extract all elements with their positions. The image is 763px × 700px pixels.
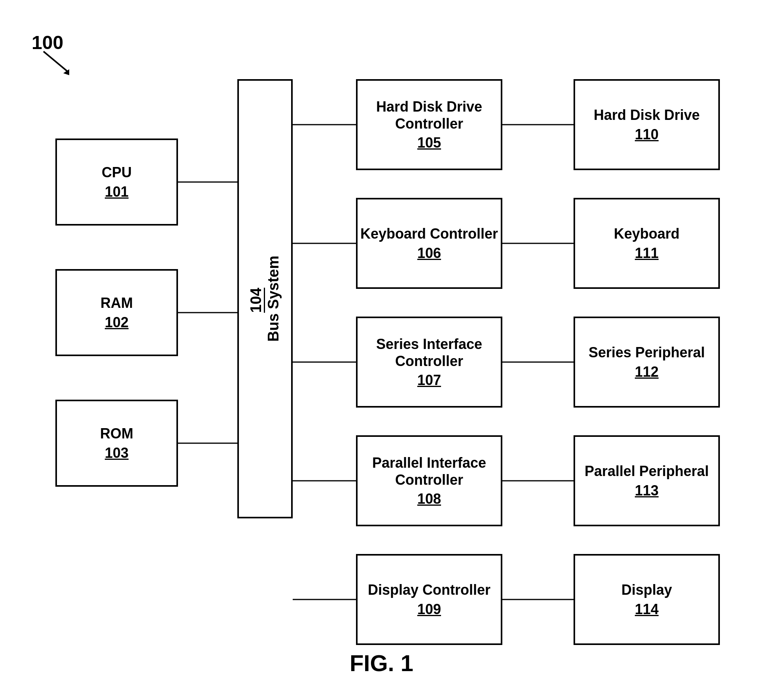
hdd-number: 110 <box>635 126 659 143</box>
rom-number: 103 <box>105 445 129 461</box>
series-ctrl-number: 107 <box>417 372 441 389</box>
cpu-number: 101 <box>105 184 129 200</box>
bus-title: Bus System <box>265 256 283 342</box>
hdd-ctrl-title: Hard Disk Drive Controller <box>358 98 501 132</box>
bus-number: 104 <box>248 288 265 313</box>
hdd-controller-box: Hard Disk Drive Controller 105 <box>356 79 502 170</box>
cpu-title: CPU <box>102 164 132 181</box>
hdd-box: Hard Disk Drive 110 <box>574 79 720 170</box>
kb-ctrl-number: 106 <box>417 245 441 262</box>
ram-box: RAM 102 <box>55 269 178 356</box>
keyboard-title: Keyboard <box>614 225 680 242</box>
kb-ctrl-title: Keyboard Controller <box>360 225 498 242</box>
parallel-ctrl-title: Parallel Interface Controller <box>358 454 501 488</box>
series-periph-number: 112 <box>635 364 659 380</box>
parallel-peripheral-box: Parallel Peripheral 113 <box>574 435 720 526</box>
keyboard-controller-box: Keyboard Controller 106 <box>356 198 502 289</box>
display-number: 114 <box>635 601 659 618</box>
figure-label: FIG. 1 <box>350 650 413 676</box>
cpu-box: CPU 101 <box>55 138 178 226</box>
display-controller-box: Display Controller 109 <box>356 554 502 645</box>
parallel-ctrl-number: 108 <box>417 491 441 507</box>
keyboard-box: Keyboard 111 <box>574 198 720 289</box>
rom-box: ROM 103 <box>55 400 178 487</box>
parallel-controller-box: Parallel Interface Controller 108 <box>356 435 502 526</box>
display-box: Display 114 <box>574 554 720 645</box>
parallel-periph-title: Parallel Peripheral <box>585 463 709 480</box>
series-periph-title: Series Peripheral <box>589 344 705 361</box>
hdd-title: Hard Disk Drive <box>594 106 700 123</box>
hdd-ctrl-number: 105 <box>417 135 441 151</box>
parallel-periph-number: 113 <box>635 482 659 499</box>
display-ctrl-title: Display Controller <box>368 581 490 598</box>
keyboard-number: 111 <box>635 245 659 262</box>
bus-box: Bus System 104 <box>237 79 293 518</box>
series-controller-box: Series Interface Controller 107 <box>356 317 502 408</box>
display-ctrl-number: 109 <box>417 601 441 618</box>
diagram-container: CPU 101 RAM 102 ROM 103 Bus System 104 H… <box>24 32 739 660</box>
display-title: Display <box>621 581 672 598</box>
ram-title: RAM <box>100 294 133 311</box>
rom-title: ROM <box>100 425 133 442</box>
series-peripheral-box: Series Peripheral 112 <box>574 317 720 408</box>
ram-number: 102 <box>105 314 129 331</box>
series-ctrl-title: Series Interface Controller <box>358 336 501 370</box>
